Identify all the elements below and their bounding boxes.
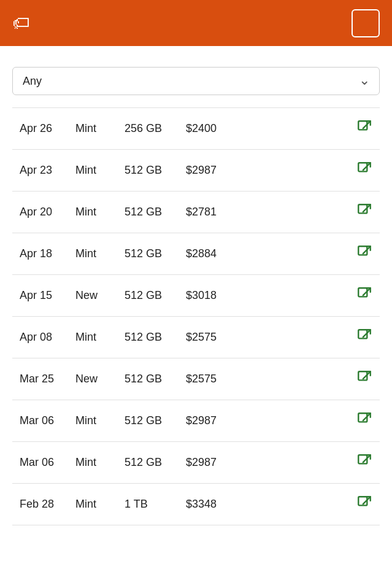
sale-link-cell (236, 275, 380, 317)
sale-price: $2987 (181, 442, 236, 484)
sale-storage: 512 GB (120, 192, 181, 233)
storage-select-wrapper: Any 256 GB 512 GB 1 TB (12, 67, 380, 95)
storage-select[interactable]: Any 256 GB 512 GB 1 TB (12, 67, 380, 95)
sale-link-cell (236, 400, 380, 442)
sale-price: $2987 (181, 150, 236, 192)
sale-condition: Mint (71, 400, 120, 442)
sale-price: $2884 (181, 233, 236, 275)
sale-storage: 512 GB (120, 275, 181, 317)
sale-link-cell (236, 484, 380, 525)
sale-condition: New (71, 358, 120, 400)
sale-link-cell (236, 150, 380, 192)
table-row: Mar 06 Mint 512 GB $2987 (12, 442, 380, 484)
sale-date: Apr 26 (12, 108, 71, 150)
sale-storage: 512 GB (120, 233, 181, 275)
sale-price: $2575 (181, 358, 236, 400)
sale-price: $2781 (181, 192, 236, 233)
external-link-icon[interactable] (356, 453, 372, 469)
external-link-icon[interactable] (356, 203, 372, 219)
header-left: 🏷 (12, 15, 37, 32)
tag-icon: 🏷 (12, 15, 29, 32)
sale-price: $2400 (181, 108, 236, 150)
sale-link-cell (236, 317, 380, 358)
sale-price: $3018 (181, 275, 236, 317)
table-row: Mar 25 New 512 GB $2575 (12, 358, 380, 400)
sales-table: Apr 26 Mint 256 GB $2400 Apr 23 Mint 512… (12, 107, 380, 525)
external-link-icon[interactable] (356, 244, 372, 260)
sale-date: Apr 08 (12, 317, 71, 358)
sale-link-cell (236, 442, 380, 484)
sale-link-cell (236, 192, 380, 233)
sale-condition: New (71, 275, 120, 317)
sale-storage: 512 GB (120, 400, 181, 442)
sale-storage: 512 GB (120, 442, 181, 484)
external-link-icon[interactable] (356, 161, 372, 177)
sale-price: $2575 (181, 317, 236, 358)
sale-date: Mar 06 (12, 442, 71, 484)
external-link-icon[interactable] (356, 495, 372, 511)
external-link-icon[interactable] (356, 370, 372, 385)
external-link-icon[interactable] (356, 286, 372, 302)
page-header: 🏷 (0, 0, 392, 46)
sale-condition: Mint (71, 442, 120, 484)
table-row: Feb 28 Mint 1 TB $3348 (12, 484, 380, 525)
sale-condition: Mint (71, 484, 120, 525)
sale-storage: 256 GB (120, 108, 181, 150)
sale-link-cell (236, 233, 380, 275)
table-row: Apr 20 Mint 512 GB $2781 (12, 192, 380, 233)
close-button[interactable] (352, 9, 380, 37)
external-link-icon[interactable] (356, 411, 372, 427)
table-row: Apr 18 Mint 512 GB $2884 (12, 233, 380, 275)
sale-condition: Mint (71, 317, 120, 358)
sale-date: Apr 18 (12, 233, 71, 275)
sale-price: $2987 (181, 400, 236, 442)
sale-link-cell (236, 108, 380, 150)
sale-date: Mar 06 (12, 400, 71, 442)
sale-storage: 512 GB (120, 150, 181, 192)
table-row: Apr 15 New 512 GB $3018 (12, 275, 380, 317)
sale-link-cell (236, 358, 380, 400)
sale-condition: Mint (71, 192, 120, 233)
table-row: Apr 08 Mint 512 GB $2575 (12, 317, 380, 358)
sale-date: Feb 28 (12, 484, 71, 525)
sale-storage: 512 GB (120, 358, 181, 400)
sale-date: Mar 25 (12, 358, 71, 400)
sale-price: $3348 (181, 484, 236, 525)
sale-storage: 1 TB (120, 484, 181, 525)
sale-date: Apr 23 (12, 150, 71, 192)
sale-date: Apr 20 (12, 192, 71, 233)
table-row: Apr 23 Mint 512 GB $2987 (12, 150, 380, 192)
table-row: Apr 26 Mint 256 GB $2400 (12, 108, 380, 150)
external-link-icon[interactable] (356, 328, 372, 344)
sale-date: Apr 15 (12, 275, 71, 317)
table-row: Mar 06 Mint 512 GB $2987 (12, 400, 380, 442)
external-link-icon[interactable] (356, 119, 372, 135)
sale-condition: Mint (71, 108, 120, 150)
sale-condition: Mint (71, 233, 120, 275)
main-content: Any 256 GB 512 GB 1 TB Apr 26 Mint 256 G… (0, 46, 392, 538)
sale-storage: 512 GB (120, 317, 181, 358)
sale-condition: Mint (71, 150, 120, 192)
